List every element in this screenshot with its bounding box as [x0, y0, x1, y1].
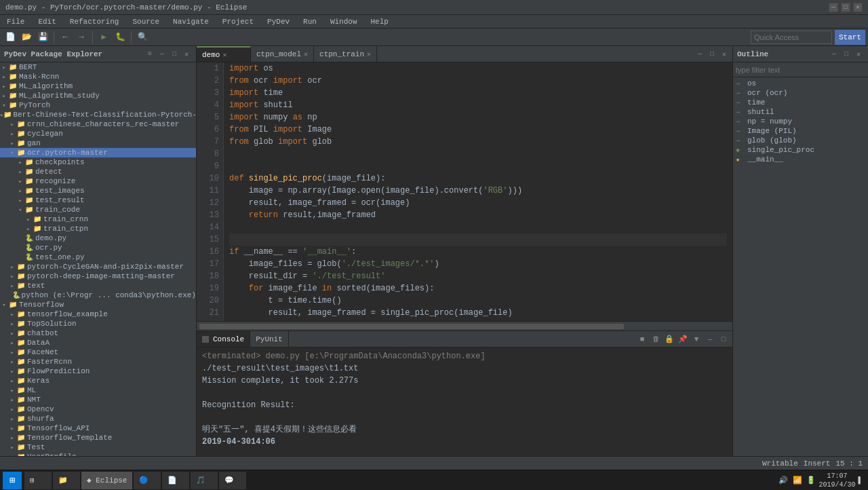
tree-item[interactable]: 🐍 test_one.py — [0, 252, 196, 262]
toolbar-forward[interactable]: → — [74, 30, 89, 45]
outline-item[interactable]: → ocr (ocr) — [733, 88, 868, 98]
toolbar-new[interactable]: 📄 — [3, 30, 18, 45]
tree-item[interactable]: ▾ 📁 PyTorch — [0, 100, 196, 110]
horizontal-scrollbar[interactable] — [197, 321, 732, 331]
console-scroll-lock-btn[interactable]: 🔒 — [663, 333, 675, 345]
toolbar-run[interactable]: ▶ — [96, 30, 111, 45]
outline-item[interactable]: ★ __main__ — [733, 155, 868, 164]
taskbar-item[interactable]: 🔵 — [134, 472, 161, 489]
console-clear-btn[interactable]: 🗑 — [650, 333, 662, 345]
outline-item[interactable]: → os — [733, 79, 868, 88]
tree-item[interactable]: ▸ 📁 Tensorflow_API — [0, 423, 196, 433]
taskbar-item[interactable]: ◆ Eclipse — [81, 472, 132, 489]
menu-item-pydev[interactable]: PyDev — [263, 15, 294, 28]
toolbar-debug[interactable]: 🐛 — [113, 30, 127, 45]
toolbar-open[interactable]: 📂 — [19, 30, 34, 45]
maximize-button[interactable]: □ — [841, 3, 850, 12]
console-terminate-btn[interactable]: ■ — [636, 333, 648, 345]
tree-item[interactable]: ▸ 📁 test_images — [0, 186, 196, 195]
outline-item[interactable]: → Image (PIL) — [733, 126, 868, 136]
outline-filter-input[interactable] — [736, 62, 865, 77]
editor-minimize-btn[interactable]: — — [694, 49, 705, 60]
console-pin-btn[interactable]: 📌 — [677, 333, 689, 345]
code-content[interactable]: 1234567891011121314151617181920212223242… — [197, 62, 732, 321]
tree-item[interactable]: ▸ 📁 crnn_chinese_characters_rec-master — [0, 119, 196, 129]
code-lines[interactable]: import osfrom ocr import ocrimport timei… — [224, 62, 732, 321]
console-view-btn[interactable]: ▼ — [690, 333, 703, 345]
toolbar-search[interactable]: 🔍 — [135, 30, 150, 45]
tree-item[interactable]: ▾ 📁 Tensorflow — [0, 300, 196, 309]
editor-tab-close[interactable]: ✕ — [222, 51, 226, 59]
menu-item-navigate[interactable]: Navigate — [169, 15, 213, 28]
tree-item[interactable]: ▸ 📁 gan — [0, 138, 196, 148]
sidebar-close-btn[interactable]: ✕ — [181, 49, 192, 60]
tree-item[interactable]: 🐍 ocr.py — [0, 243, 196, 252]
tree-item[interactable]: ▸ 📁 shurfa — [0, 414, 196, 423]
outline-filter[interactable] — [733, 62, 868, 77]
close-button[interactable]: ✕ — [853, 3, 863, 12]
tree-item[interactable]: ▸ 📁 tensorflow_example — [0, 309, 196, 319]
outline-minimize-btn[interactable]: — — [829, 49, 840, 60]
console-maximize-btn[interactable]: □ — [717, 333, 730, 345]
tree-item[interactable]: ▸ 📁 checkpoints — [0, 157, 196, 167]
sidebar-maximize-btn[interactable]: □ — [169, 49, 180, 60]
outline-item[interactable]: → shutil — [733, 107, 868, 117]
console-minimize-btn[interactable]: — — [704, 333, 716, 345]
outline-item[interactable]: ◆ single_pic_proc — [733, 145, 868, 155]
tree-item[interactable]: ▸ 📁 NMT — [0, 395, 196, 404]
editor-maximize-btn[interactable]: □ — [707, 49, 717, 60]
tree-item[interactable]: ▾ 📁 ocr.pytorch-master — [0, 148, 196, 157]
tree-item[interactable]: ▸ 📁 text — [0, 281, 196, 290]
tree-item[interactable]: ▸ 📁 FasterRcnn — [0, 357, 196, 366]
show-desktop-btn[interactable]: ▌ — [858, 476, 863, 485]
editor-tab-ctpn_model[interactable]: ctpn_model ✕ — [251, 46, 314, 62]
tree-item[interactable]: ▸ 📁 Opencv — [0, 404, 196, 414]
taskbar-item[interactable]: 📄 — [162, 472, 189, 489]
tree-item[interactable]: ▸ 📁 TopSolution — [0, 319, 196, 328]
tree-item[interactable]: ▸ 📁 recognize — [0, 176, 196, 186]
outline-item[interactable]: → time — [733, 98, 868, 107]
tree-item[interactable]: ▸ 📁 BERT — [0, 62, 196, 72]
menu-item-refactoring[interactable]: Refactoring — [66, 15, 123, 28]
outline-maximize-btn[interactable]: □ — [841, 49, 852, 60]
tab-pyunit[interactable]: PyUnit — [250, 331, 289, 347]
scroll-thumb[interactable] — [199, 324, 624, 329]
tree-item[interactable]: ▸ 📁 train_crnn — [0, 214, 196, 224]
tree-item[interactable]: ▸ 📁 Keras — [0, 376, 196, 385]
sidebar-collapse-btn[interactable]: ≡ — [144, 49, 155, 60]
tree-item[interactable]: ▸ 📁 cyclegan — [0, 129, 196, 138]
menu-item-run[interactable]: Run — [299, 15, 321, 28]
tree-item[interactable]: ▸ 📁 Test — [0, 442, 196, 452]
tree-item[interactable]: ▸ 📁 detect — [0, 167, 196, 176]
editor-tab-demo[interactable]: demo ✕ — [197, 46, 251, 62]
taskbar-item[interactable]: 💬 — [219, 472, 246, 489]
tree-item[interactable]: ▸ 📁 chatbot — [0, 328, 196, 338]
taskbar-item[interactable]: ⊞ — [24, 472, 52, 489]
tree-item[interactable]: ▸ 📁 DataA — [0, 338, 196, 347]
tree-item[interactable]: ▸ 📁 ML — [0, 385, 196, 395]
menu-item-edit[interactable]: Edit — [34, 15, 60, 28]
tree-item[interactable]: ▸ 📁 FaceNet — [0, 347, 196, 357]
outline-item[interactable]: → glob (glob) — [733, 136, 868, 145]
toolbar-save[interactable]: 💾 — [35, 30, 50, 45]
tree-item[interactable]: ▸ 📁 train_ctpn — [0, 224, 196, 233]
menu-item-project[interactable]: Project — [218, 15, 258, 28]
tree-item[interactable]: ▸ 📁 Bert-Chinese-Text-Classification-Pyt… — [0, 110, 196, 119]
outline-item[interactable]: → np = numpy — [733, 117, 868, 126]
tree-item[interactable]: ▸ 📁 Tensorflow_Template — [0, 433, 196, 442]
tab-console[interactable]: Console — [197, 331, 250, 347]
start-button[interactable]: Start — [835, 30, 865, 45]
tree-item[interactable]: ▸ 📁 Mask-Rcnn — [0, 72, 196, 81]
tree-item[interactable]: ▸ 📁 ML_algorithm — [0, 81, 196, 91]
tree-item[interactable]: ▾ 📁 train_code — [0, 205, 196, 214]
tree-item[interactable]: ▸ 📁 pytorch-CycleGAN-and-pix2pix-master — [0, 262, 196, 271]
editor-tab-ctpn_train[interactable]: ctpn_train ✕ — [314, 46, 377, 62]
menu-item-window[interactable]: Window — [326, 15, 361, 28]
toolbar-back[interactable]: ← — [58, 30, 73, 45]
sidebar-minimize-btn[interactable]: — — [157, 49, 167, 60]
outline-close-btn[interactable]: ✕ — [853, 49, 864, 60]
tree-item[interactable]: ▸ 📁 test_result — [0, 195, 196, 205]
tree-item[interactable]: ▸ 📁 ML_algorithm_study — [0, 91, 196, 100]
tree-item[interactable]: 🐍 python (e:\Progr ... conda3\python.exe… — [0, 290, 196, 300]
tree-item[interactable]: 🐍 demo.py — [0, 233, 196, 243]
